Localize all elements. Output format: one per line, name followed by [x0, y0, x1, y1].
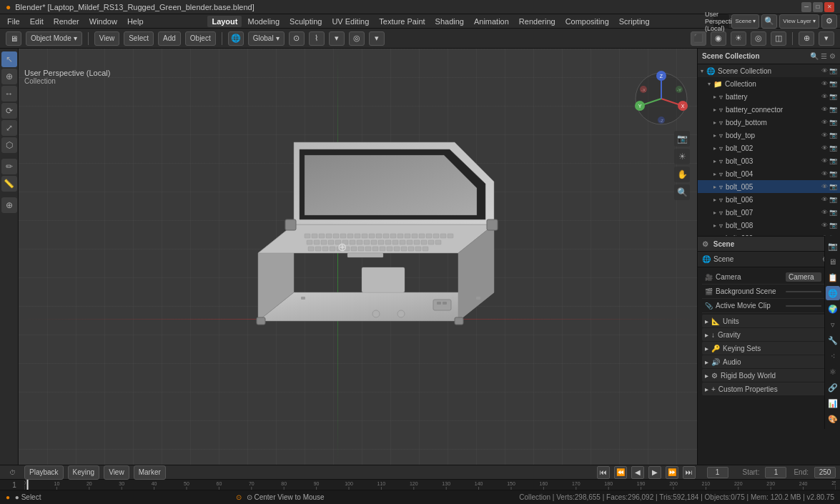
prop-camera-row[interactable]: 🎥 Camera Camera 🔗 — [702, 270, 836, 285]
viewport-3d[interactable]: User Perspective (Local) Collection — [19, 49, 697, 465]
outliner-options-icon[interactable]: ⚙ — [829, 52, 836, 60]
outliner-row-collection[interactable]: ▾ 📁 Collection 👁 📷 — [698, 77, 840, 90]
xray-toggle[interactable]: ◫ — [771, 31, 786, 46]
timeline-prev-frame-btn[interactable]: ⏪ — [614, 466, 627, 479]
keying-sets-header[interactable]: ▸ 🔑 Keying Sets — [702, 342, 836, 355]
timeline-end-frame[interactable]: 250 — [814, 467, 836, 478]
render-engine-dropdown[interactable]: Scene ▾ — [731, 14, 759, 29]
tool-measure[interactable]: 📏 — [1, 176, 17, 192]
expand-icon[interactable]: ▾ — [701, 68, 703, 74]
tool-select[interactable]: ↖ — [1, 51, 17, 67]
filter-button[interactable]: ⚙ — [821, 14, 837, 29]
timeline-start-frame[interactable]: 1 — [765, 467, 786, 478]
view-menu[interactable]: View — [94, 31, 120, 46]
outliner-row-body-bottom[interactable]: ▸ ▿ body_bottom 👁 📷 — [698, 116, 840, 129]
ps-view-layer-icon[interactable]: 📋 — [826, 270, 840, 285]
proportional-edit[interactable]: ◎ — [349, 31, 365, 46]
prop-bg-scene-row[interactable]: 🎬 Background Scene 🔗 — [702, 285, 836, 299]
ps-material-icon[interactable]: 🎨 — [826, 412, 840, 426]
rigid-body-header[interactable]: ▸ ⚙ Rigid Body World — [702, 369, 836, 382]
outliner-row-bolt008[interactable]: ▸ ▿ bolt_008 👁 📷 — [698, 219, 840, 232]
object-mode-dropdown[interactable]: Object Mode ▾ — [26, 31, 82, 46]
tool-move[interactable]: ↔ — [1, 86, 17, 102]
outliner-row-battery[interactable]: ▸ ▿ battery 👁 📷 — [698, 90, 840, 103]
outliner-filter-icon[interactable]: ☰ — [821, 52, 827, 60]
overlay-toggle[interactable]: ◎ — [751, 31, 766, 46]
workspaces-shading[interactable]: Shading — [431, 16, 468, 27]
outliner-row-bolt005[interactable]: ▸ ▿ bolt_005 👁 📷 — [698, 180, 840, 193]
vis-render[interactable]: 📷 — [829, 80, 837, 87]
view-type-icon[interactable]: 🖥 — [6, 31, 21, 46]
timeline-keying-btn[interactable]: Keying — [68, 465, 100, 480]
viewport-light-icon[interactable]: ☀ — [674, 149, 690, 164]
menu-help[interactable]: Help — [123, 16, 148, 27]
outliner-row-battery-connector[interactable]: ▸ ▿ battery_connector 👁 📷 — [698, 103, 840, 116]
pivot-icon[interactable]: ⊙ — [289, 31, 305, 46]
properties-content[interactable]: 🎥 Camera Camera 🔗 🎬 Background Scene 🔗 📎… — [698, 267, 840, 465]
menu-edit[interactable]: Edit — [26, 16, 48, 27]
tool-add[interactable]: ⊕ — [1, 197, 17, 213]
timeline-track[interactable]: 0 10 20 30 40 50 60 70 80 — [24, 480, 836, 490]
expand-icon[interactable]: ▾ — [708, 81, 711, 87]
snap-dropdown[interactable]: ▾ — [329, 31, 345, 46]
workspaces-scripting[interactable]: Scripting — [615, 16, 654, 27]
vis-eye-icon[interactable]: 👁 — [821, 67, 828, 74]
workspaces-texture[interactable]: Texture Paint — [375, 16, 429, 27]
menu-render[interactable]: Render — [49, 16, 84, 27]
minimize-button[interactable]: ─ — [801, 2, 811, 12]
outliner-row-bolt004[interactable]: ▸ ▿ bolt_004 👁 📷 — [698, 167, 840, 180]
menu-window[interactable]: Window — [85, 16, 122, 27]
viewport-shading-solid[interactable]: ⬛ — [691, 31, 706, 46]
workspaces-layout[interactable]: Layout — [207, 16, 242, 27]
select-menu[interactable]: Select — [124, 31, 154, 46]
timeline-playback-btn[interactable]: Playback — [24, 465, 64, 480]
timeline-play-back-btn[interactable]: ◀ — [631, 466, 644, 479]
workspaces-sculpting[interactable]: Sculpting — [285, 16, 326, 27]
timeline-type-icon[interactable]: ⏱ — [4, 465, 20, 480]
movie-clip-value[interactable] — [786, 305, 821, 307]
timeline-view-btn[interactable]: View — [104, 465, 129, 480]
units-section-header[interactable]: ▸ 📐 Units — [702, 315, 836, 327]
viewport-shading-material[interactable]: ◉ — [711, 31, 726, 46]
outliner-row-bolt006[interactable]: ▸ ▿ bolt_006 👁 📷 — [698, 193, 840, 206]
outliner-row-body-top[interactable]: ▸ ▿ body_top 👁 📷 — [698, 129, 840, 142]
ps-object-icon[interactable]: ▿ — [826, 317, 840, 332]
vis-render-icon[interactable]: 📷 — [829, 67, 837, 74]
camera-prop-value[interactable]: Camera — [786, 272, 821, 282]
tool-annotate[interactable]: ✏ — [1, 159, 17, 174]
outliner-row-bolt003[interactable]: ▸ ▿ bolt_003 👁 📷 — [698, 154, 840, 167]
bg-scene-value[interactable] — [786, 291, 821, 292]
scene-selector[interactable]: User Perspective (Local) — [713, 14, 729, 29]
ps-world-icon[interactable]: 🌍 — [826, 302, 840, 316]
timeline-next-frame-btn[interactable]: ⏩ — [666, 466, 678, 479]
viewport-hand-icon[interactable]: ✋ — [674, 167, 690, 182]
timeline-marker-btn[interactable]: Marker — [134, 465, 166, 480]
menu-file[interactable]: File — [3, 16, 24, 27]
ps-modifier-icon[interactable]: 🔧 — [826, 333, 840, 347]
proportional-dropdown[interactable]: ▾ — [369, 31, 385, 46]
tool-transform[interactable]: ⬡ — [1, 137, 17, 153]
ps-output-icon[interactable]: 🖥 — [826, 255, 840, 269]
view-layer-btn[interactable]: View Layer ▾ — [779, 14, 819, 29]
tool-scale[interactable]: ⤢ — [1, 120, 17, 136]
outliner-row-bolt002[interactable]: ▸ ▿ bolt_002 👁 📷 — [698, 142, 840, 154]
viewport-shading-rendered[interactable]: ☀ — [731, 31, 746, 46]
close-button[interactable]: ✕ — [824, 2, 834, 12]
outliner-search-icon[interactable]: 🔍 — [810, 52, 819, 60]
snap-toggle[interactable]: ⌇ — [309, 31, 325, 46]
ps-render-icon[interactable]: 📷 — [826, 239, 840, 253]
vis-eye[interactable]: 👁 — [821, 80, 828, 87]
timeline-jump-end-btn[interactable]: ⏭ — [683, 466, 696, 479]
workspaces-compositing[interactable]: Compositing — [561, 16, 613, 27]
ps-particles-icon[interactable]: ⁖ — [826, 349, 840, 363]
gizmo-dropdown[interactable]: ▾ — [819, 31, 834, 46]
workspaces-animation[interactable]: Animation — [470, 16, 513, 27]
timeline-play-btn[interactable]: ▶ — [648, 466, 661, 479]
timeline-jump-start-btn[interactable]: ⏮ — [597, 466, 610, 479]
outliner-row-bolt007[interactable]: ▸ ▿ bolt_007 👁 📷 — [698, 206, 840, 219]
gizmo-toggle[interactable]: ⊕ — [799, 31, 814, 46]
workspaces-modeling[interactable]: Modeling — [243, 16, 284, 27]
audio-section-header[interactable]: ▸ 🔊 Audio — [702, 355, 836, 368]
object-menu[interactable]: Object — [185, 31, 216, 46]
add-menu[interactable]: Add — [158, 31, 181, 46]
